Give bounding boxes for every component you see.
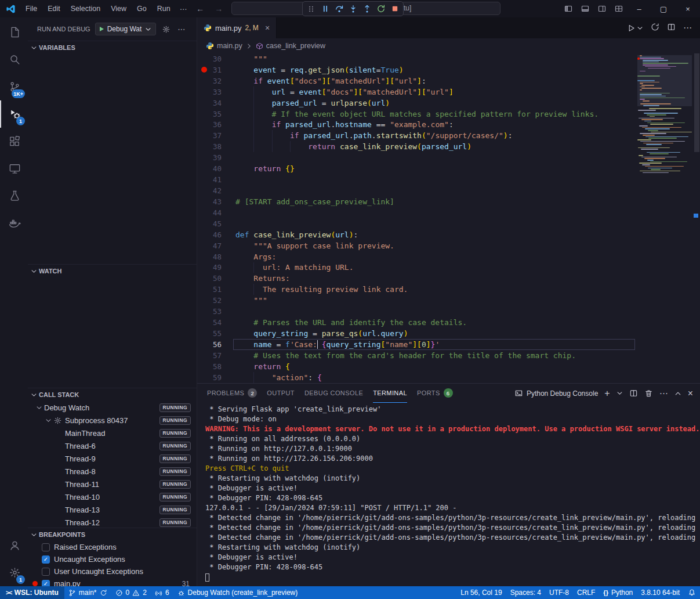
code-line[interactable]: 35 # If the event object URL matches a s… <box>197 109 636 120</box>
status-eol[interactable]: CRLF <box>573 586 599 599</box>
call-stack-item[interactable]: Thread-13RUNNING <box>28 503 197 516</box>
step-out-button[interactable] <box>360 2 373 15</box>
gutter[interactable]: 33 <box>197 86 235 98</box>
launch-config-dropdown[interactable]: Debug Wat <box>95 23 157 35</box>
status-cursor-position[interactable]: Ln 56, Col 19 <box>456 586 506 599</box>
call-stack-item[interactable]: Thread-11RUNNING <box>28 478 197 490</box>
close-button[interactable]: × <box>688 388 693 399</box>
trash-button[interactable] <box>644 389 653 398</box>
status-problems-summary[interactable]: 02 <box>111 586 151 599</box>
status-indentation[interactable]: Spaces: 4 <box>506 586 545 599</box>
close-tab-icon[interactable]: × <box>265 23 270 33</box>
split-editor-button[interactable] <box>629 389 638 398</box>
gutter[interactable]: 49 <box>197 262 235 273</box>
code-line[interactable]: 39 <box>197 152 636 163</box>
chevron-up-button[interactable] <box>674 390 681 397</box>
activity-item-docker[interactable] <box>0 210 28 237</box>
activity-item-run-and-debug[interactable]: 1 <box>0 100 28 128</box>
scrollbar-thumb[interactable] <box>694 53 699 152</box>
code-line[interactable]: 49 url: A matching URL. <box>197 262 636 273</box>
code-line[interactable]: 40 return {} <box>197 163 636 174</box>
gutter[interactable]: 56 <box>197 339 235 350</box>
drag-grip-button[interactable] <box>304 2 318 15</box>
editor-scrollbar[interactable] <box>692 53 700 383</box>
gutter[interactable]: 55 <box>197 328 235 339</box>
status-remote-indicator[interactable]: ><WSL: Ubuntu <box>0 586 64 599</box>
tab-main-py[interactable]: main.py 2, M × <box>197 17 277 38</box>
gutter[interactable]: 39 <box>197 152 235 163</box>
gutter[interactable]: 42 <box>197 185 235 196</box>
gutter[interactable]: 53 <box>197 306 235 317</box>
gutter[interactable]: 52 <box>197 295 235 306</box>
breakpoints-section-header[interactable]: BREAKPOINTS <box>28 528 197 541</box>
breakpoint-checkbox[interactable] <box>42 543 50 551</box>
gutter[interactable]: 40 <box>197 163 235 174</box>
watch-section-header[interactable]: WATCH <box>28 265 197 277</box>
code-line[interactable]: 44 <box>197 207 636 218</box>
more-actions-icon[interactable]: ⋯ <box>176 25 186 34</box>
call-stack-item[interactable]: Thread-9RUNNING <box>28 452 197 465</box>
menu-go[interactable]: Go <box>132 2 152 15</box>
panel-tab-problems[interactable]: PROBLEMS2 <box>207 384 257 403</box>
breakpoint-checkbox[interactable] <box>42 568 50 576</box>
gutter[interactable]: 46 <box>197 229 235 240</box>
call-stack-item[interactable]: MainThreadRUNNING <box>28 427 197 439</box>
panel-tab-debug-console[interactable]: DEBUG CONSOLE <box>304 384 363 403</box>
activity-item-extensions[interactable] <box>0 128 28 155</box>
code-line[interactable]: 36 if parsed_url.hostname == "example.co… <box>197 120 636 131</box>
code-line[interactable]: 33 url = event["docs"]["matchedUrl"]["ur… <box>197 86 636 98</box>
gutter[interactable]: 50 <box>197 273 235 284</box>
breakpoint-checkbox[interactable]: ✓ <box>42 555 50 564</box>
start-debug-icon[interactable] <box>100 27 104 31</box>
code-line[interactable]: 57 # Uses the text from the card's heade… <box>197 350 636 361</box>
code-line[interactable]: 54 # Parses the URL and identify the cas… <box>197 317 636 328</box>
menu-run[interactable]: Run <box>152 2 176 15</box>
gutter[interactable]: 59 <box>197 372 235 383</box>
pause-button[interactable] <box>318 2 332 15</box>
call-stack-item[interactable]: Thread-6RUNNING <box>28 439 197 452</box>
gutter[interactable]: 45 <box>197 218 235 229</box>
activity-item-explorer[interactable] <box>0 19 28 46</box>
code-line[interactable]: 32 if event["docs"]["matchedUrl"]["url"]… <box>197 75 636 86</box>
code-line[interactable]: 45 <box>197 218 636 229</box>
terminal-profile[interactable]: Python Debug Console <box>514 389 598 398</box>
code-line[interactable]: 43# [START add_ons_case_preview_link] <box>197 196 636 207</box>
gutter[interactable]: 41 <box>197 174 235 185</box>
more-button[interactable]: ⋯ <box>659 388 668 399</box>
code-line[interactable]: 42 <box>197 185 636 196</box>
gear-icon[interactable] <box>161 25 172 34</box>
layout-sidebar-right-button[interactable] <box>593 0 610 17</box>
code-line[interactable]: 41 <box>197 174 636 185</box>
call-stack-item[interactable]: Debug WatchRUNNING <box>28 401 197 414</box>
breakpoint-item[interactable]: Raised Exceptions <box>28 541 197 553</box>
chevron-down-button[interactable] <box>616 390 623 396</box>
gutter[interactable]: 54 <box>197 317 235 328</box>
layout-sidebar-left-button[interactable] <box>560 0 576 17</box>
breadcrumb-file[interactable]: main.py <box>206 42 242 50</box>
layout-grid-button[interactable] <box>610 0 627 17</box>
code-line[interactable]: 55 query_string = parse_qs(url.query) <box>197 328 636 339</box>
code-line[interactable]: 53 <box>197 306 636 317</box>
gutter[interactable]: 43 <box>197 196 235 207</box>
split-editor-button[interactable] <box>667 23 676 34</box>
activity-item-testing[interactable] <box>0 182 28 210</box>
code-line[interactable]: 59 "action": { <box>197 372 636 383</box>
code-line[interactable]: 37 if parsed_url.path.startswith("/suppo… <box>197 130 636 141</box>
add-button[interactable]: + <box>604 388 610 399</box>
gutter[interactable]: 44 <box>197 207 235 218</box>
code-line[interactable]: 38 return case_link_preview(parsed_url) <box>197 141 636 152</box>
status-language-mode[interactable]: {}Python <box>599 586 637 599</box>
activity-item-remote-explorer[interactable] <box>0 155 28 182</box>
call-stack-item[interactable]: Thread-10RUNNING <box>28 490 197 503</box>
code-line[interactable]: 34 parsed_url = urlparse(url) <box>197 98 636 109</box>
gutter[interactable]: 58 <box>197 361 235 372</box>
gutter[interactable]: 57 <box>197 350 235 361</box>
code-line[interactable]: 50 Returns: <box>197 273 636 284</box>
code-editor[interactable]: 30 """31 event = req.get_json(silent=Tru… <box>197 53 700 383</box>
close-window-button[interactable]: × <box>676 0 700 17</box>
breakpoint-item[interactable]: User Uncaught Exceptions <box>28 565 197 578</box>
code-line[interactable]: 31 event = req.get_json(silent=True) <box>197 64 636 75</box>
status-notifications[interactable] <box>684 586 700 599</box>
menu-file[interactable]: File <box>20 2 42 15</box>
breakpoint-item[interactable]: ✓main.py31 <box>28 578 197 586</box>
